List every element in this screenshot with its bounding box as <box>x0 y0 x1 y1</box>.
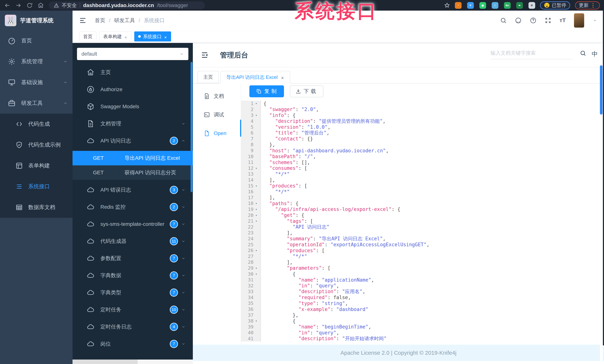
menu-fold-icon[interactable] <box>201 51 208 59</box>
tag-tab-表单构建[interactable]: 表单构建 <box>99 31 131 41</box>
knife4j-item-sys-sms-template-controller[interactable]: sys-sms-template-controller7 <box>73 215 193 233</box>
paused-extension-button[interactable]: 😧 已暂停 <box>540 1 570 10</box>
knife4j-item-Swagger Models[interactable]: Swagger Models <box>73 98 193 115</box>
green-6n-extension[interactable]: 6n <box>504 2 511 9</box>
fold-arrow-icon[interactable]: ▾ <box>253 166 259 170</box>
api-item-获得API 访问日志分页[interactable]: GET获得API 访问日志分页 <box>73 165 193 180</box>
orange-ring-extension[interactable]: ◔ <box>455 2 462 9</box>
code-line: 2 "swagger": "2.0", <box>241 107 599 113</box>
language-switch-icon[interactable]: 中 <box>592 50 598 58</box>
knife4j-item-API 错误日志[interactable]: API 错误日志3 <box>73 181 193 199</box>
copy-button[interactable]: 复制 <box>249 85 284 97</box>
breadcrumb-item-首页[interactable]: 首页 <box>95 17 105 24</box>
knife4j-item-定时任务日志[interactable]: 定时任务日志4 <box>73 318 193 335</box>
tag-tab-首页[interactable]: 首页 <box>79 31 96 41</box>
api-group-select[interactable]: default <box>77 48 188 60</box>
api-item-导出API 访问日志 Excel[interactable]: GET导出API 访问日志 Excel <box>73 151 193 165</box>
app-logo[interactable]: 🐰 芋道管理系统 <box>0 11 73 30</box>
doc-search-input[interactable]: 输入文档关键字搜索 <box>491 50 576 59</box>
page-scrollbar[interactable] <box>600 43 603 364</box>
fold-arrow-icon[interactable]: ▾ <box>253 213 259 217</box>
reload-icon[interactable] <box>26 2 33 9</box>
breadcrumb-item-研发工具[interactable]: 研发工具 <box>114 17 135 24</box>
shield-check-icon <box>16 141 23 149</box>
side-tab-调试[interactable]: 调试 <box>193 109 241 121</box>
white-paw-extension[interactable]: ✾ <box>528 2 535 9</box>
sidebar-subitem-数据库文档[interactable]: 数据库文档 <box>0 197 73 218</box>
fold-arrow-icon[interactable]: ▾ <box>253 272 259 276</box>
side-tab-文档[interactable]: 文档 <box>193 90 241 102</box>
font-size-icon[interactable]: тT <box>560 17 566 24</box>
line-number: 40 <box>241 330 253 335</box>
fold-arrow-icon[interactable]: ▾ <box>253 202 259 205</box>
fold-arrow-icon[interactable]: ▾ <box>253 113 259 117</box>
green-leaf-extension[interactable]: ❧ <box>516 2 523 9</box>
page-scrollbar-thumb[interactable] <box>600 65 603 114</box>
home-icon[interactable] <box>38 2 44 9</box>
search-icon[interactable] <box>500 17 507 24</box>
knife4j-item-字典类型[interactable]: 字典类型7 <box>73 284 193 301</box>
fullscreen-icon[interactable] <box>545 17 551 24</box>
doc-tab-导出API 访问日志 Excel[interactable]: 导出API 访问日志 Excel <box>220 71 290 84</box>
sidebar-collapse-icon[interactable] <box>79 17 86 24</box>
green-shield-extension[interactable]: ◉ <box>479 2 486 9</box>
bookmark-star-icon[interactable] <box>444 2 450 8</box>
sidebar-item-系统管理[interactable]: 系统管理 <box>0 51 73 72</box>
sidebar-item-基础设施[interactable]: 基础设施 <box>0 72 73 93</box>
cloud-icon <box>87 220 94 228</box>
fold-arrow-icon[interactable]: ▾ <box>253 219 259 223</box>
knife4j-item-API 访问日志[interactable]: API 访问日志2 <box>73 132 193 149</box>
sidebar-item-研发工具[interactable]: 研发工具 <box>0 93 73 114</box>
sidebar-subitem-表单构建[interactable]: 表单构建 <box>0 155 73 176</box>
side-tab-Open[interactable]: Open <box>193 127 241 139</box>
close-icon[interactable] <box>164 35 167 38</box>
knife4j-item-字典数据[interactable]: 字典数据7 <box>73 267 193 284</box>
blue-drop-extension[interactable]: ▼ <box>467 2 474 9</box>
address-bar[interactable]: 不安全 dashboard.yudao.iocoder.cn/tool/swag… <box>49 1 205 9</box>
line-number: 21 <box>241 218 253 224</box>
browser-update-button[interactable]: 更新 ⋮ <box>575 1 600 10</box>
sidebar-subitem-代码生成示例[interactable]: 代码生成示例 <box>0 135 73 155</box>
sidebar-scrollbar-thumb[interactable] <box>191 62 192 192</box>
chev-down <box>63 80 68 85</box>
user-avatar[interactable] <box>574 13 584 28</box>
app-title: 芋道管理系统 <box>20 17 53 24</box>
download-button[interactable]: 下载 <box>290 85 323 97</box>
knife4j-item-代码生成器[interactable]: 代码生成器11 <box>73 233 193 250</box>
doc-search-icon[interactable] <box>580 50 586 56</box>
knife4j-item-参数配置[interactable]: 参数配置7 <box>73 250 193 267</box>
knife4j-item-岗位[interactable]: 岗位7 <box>73 335 193 352</box>
knife4j-item-文档管理[interactable]: 文档管理 <box>73 115 193 132</box>
sidebar-item-首页[interactable]: 首页 <box>0 30 73 51</box>
count-badge: 4 <box>170 323 178 331</box>
knife4j-item-Authorize[interactable]: Authorize <box>73 81 193 98</box>
line-number: 23 <box>241 230 253 236</box>
line-gutter: 21▾ <box>241 218 261 224</box>
browser-menu-icon[interactable]: ⋮ <box>591 2 596 8</box>
sidebar-subitem-代码生成[interactable]: 代码生成 <box>0 114 73 135</box>
sidebar-subitem-系统接口[interactable]: 系统接口 <box>0 176 73 197</box>
avatar-caret-icon[interactable] <box>592 18 597 23</box>
close-icon[interactable] <box>124 35 127 38</box>
help-icon[interactable] <box>530 17 537 24</box>
blue-grid-extension[interactable]: ∷ <box>492 2 498 9</box>
knife4j-item-Redis 监控[interactable]: Redis 监控2 <box>73 199 193 215</box>
fold-arrow-icon[interactable]: ▾ <box>253 266 259 270</box>
fold-arrow-icon[interactable]: ▾ <box>253 319 259 323</box>
json-editor[interactable]: 1▾{2 "swagger": "2.0",3▾ "info": {4 "des… <box>241 101 599 345</box>
knife4j-item-主页[interactable]: 主页 <box>73 64 193 81</box>
sidebar-hscrollbar[interactable] <box>73 360 193 364</box>
doc-tab-主页[interactable]: 主页 <box>197 71 219 83</box>
tag-tab-系统接口[interactable]: 系统接口 <box>134 31 171 41</box>
close-icon[interactable] <box>281 75 284 79</box>
fold-arrow-icon[interactable]: ▾ <box>253 249 259 252</box>
back-icon[interactable] <box>4 2 10 9</box>
knife4j-item-定时任务[interactable]: 定时任务10 <box>73 301 193 318</box>
fold-arrow-icon[interactable]: ▾ <box>253 208 259 211</box>
forward-icon[interactable] <box>15 2 22 9</box>
fold-arrow-icon[interactable]: ▾ <box>253 184 259 188</box>
fold-arrow-icon[interactable]: ▾ <box>253 102 259 105</box>
database-icon <box>16 204 23 211</box>
github-icon[interactable] <box>515 17 522 24</box>
code-text: }, <box>261 312 299 318</box>
